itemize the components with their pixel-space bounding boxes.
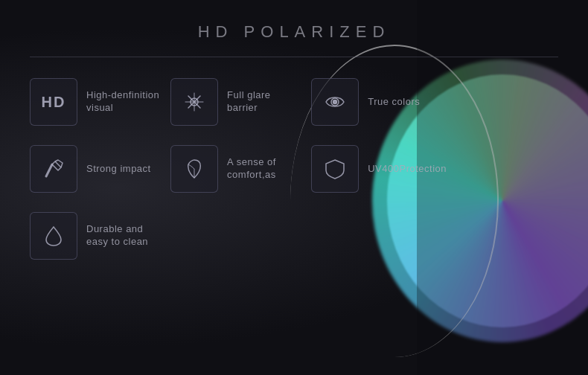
uv400-label: UV400Protection: [368, 163, 447, 176]
comfort-label: A sense of comfort,as: [227, 156, 304, 182]
feature-uv400: UV400Protection: [311, 139, 447, 199]
svg-point-2: [333, 100, 337, 104]
hammer-icon: [42, 157, 65, 181]
full-glare-icon-box: [170, 78, 218, 126]
strong-impact-label: Strong impact: [86, 163, 151, 176]
page-title: HD POLARIZED: [30, 22, 558, 42]
feature-full-glare: Full glare barrier: [170, 72, 304, 132]
feature-strong-impact: Strong impact: [30, 139, 163, 199]
shield-icon: [323, 157, 347, 181]
main-content: HD POLARIZED HD High-denfinition visual …: [0, 0, 588, 288]
feature-true-colors: True colors: [311, 72, 447, 132]
feature-hd-visual: HD High-denfinition visual: [30, 72, 163, 132]
uv400-icon-box: [311, 145, 359, 193]
divider: [30, 57, 558, 57]
full-glare-label: Full glare barrier: [227, 89, 304, 115]
hd-icon: HD: [42, 94, 66, 111]
durable-icon-box: [30, 212, 77, 260]
feature-comfort: A sense of comfort,as: [170, 139, 304, 199]
hd-visual-icon-box: HD: [30, 78, 77, 126]
hd-visual-label: High-denfinition visual: [86, 89, 163, 115]
drop-icon: [42, 224, 65, 248]
feature-durable: Durable and easy to clean: [30, 206, 163, 266]
strong-impact-icon-box: [30, 145, 77, 193]
glare-icon: [182, 90, 206, 114]
features-grid: HD High-denfinition visual Full glare ba…: [30, 72, 447, 266]
true-colors-label: True colors: [368, 96, 420, 109]
true-colors-icon-box: [311, 78, 359, 126]
eye-icon: [323, 90, 347, 114]
comfort-icon-box: [170, 145, 218, 193]
leaf-icon: [182, 157, 206, 181]
durable-label: Durable and easy to clean: [86, 223, 163, 249]
